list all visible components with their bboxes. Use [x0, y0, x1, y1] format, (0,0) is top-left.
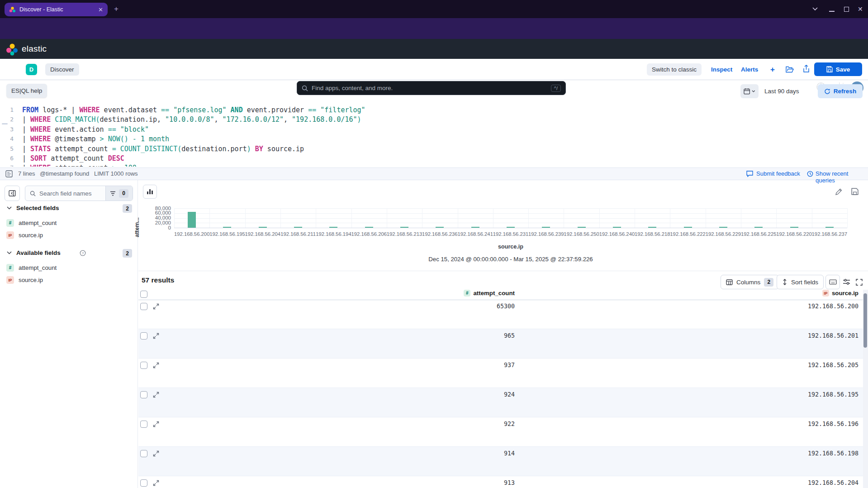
chart-bar[interactable] [365, 227, 373, 228]
save-button[interactable]: Save [814, 62, 862, 76]
expand-row-icon[interactable] [153, 303, 159, 310]
feedback-icon[interactable] [746, 171, 753, 177]
display-options-button[interactable] [843, 278, 850, 285]
keyboard-shortcuts-button[interactable] [825, 275, 840, 289]
breadcrumb[interactable]: Discover [45, 63, 79, 76]
chart-options-button[interactable] [143, 185, 157, 199]
chart-bar[interactable] [188, 212, 196, 228]
alerts-link[interactable]: Alerts [741, 66, 758, 73]
esql-line[interactable]: 2| WHERE CIDR_MATCH(destination.ip, "10.… [0, 115, 868, 125]
new-tab-button[interactable]: + [114, 5, 119, 14]
chevron-down-icon[interactable] [7, 251, 12, 254]
new-item-button[interactable]: + [770, 65, 775, 74]
chart-bar[interactable] [507, 227, 515, 228]
esql-line[interactable]: 4| WHERE @timestamp > NOW() - 1 month [0, 135, 868, 144]
chart-bar[interactable] [259, 227, 267, 228]
expand-row-icon[interactable] [153, 333, 159, 339]
field-search-input[interactable]: Search field names 0 [25, 186, 133, 201]
expand-row-icon[interactable] [153, 450, 159, 457]
chart-bar[interactable] [825, 227, 834, 228]
chart-bar[interactable] [223, 227, 231, 228]
field-item[interactable]: # attempt_count [6, 264, 57, 272]
save-visualization-icon[interactable] [851, 188, 859, 195]
table-row[interactable]: 924192.168.56.195 [138, 388, 863, 417]
esql-line[interactable]: 6| SORT attempt_count DESC [0, 154, 868, 164]
elastic-logo[interactable] [6, 43, 19, 56]
switch-to-classic-button[interactable]: Switch to classic [647, 63, 702, 76]
expand-row-icon[interactable] [153, 392, 159, 398]
field-item[interactable]: IP source.ip [6, 276, 43, 284]
chart-bar[interactable] [613, 227, 621, 228]
editor-resize-handle[interactable] [2, 123, 8, 124]
columns-button[interactable]: Columns 2 [721, 275, 779, 289]
expand-row-icon[interactable] [153, 421, 159, 427]
chart-bar[interactable] [436, 227, 444, 228]
chart-bar[interactable] [790, 227, 798, 228]
question-circle-icon[interactable]: ? [80, 250, 86, 256]
table-row[interactable]: 913192.168.56.204 [138, 476, 863, 488]
chart-bar[interactable] [719, 227, 727, 228]
edit-visualization-icon[interactable] [835, 188, 843, 196]
row-checkbox[interactable] [140, 362, 147, 369]
field-item[interactable]: # attempt_count [6, 219, 57, 227]
esql-line[interactable]: 5| STATS attempt_count = COUNT_DISTINCT(… [0, 145, 868, 154]
select-all-checkbox[interactable] [140, 291, 147, 298]
app-badge[interactable]: D [26, 64, 37, 75]
refresh-button[interactable]: Refresh [818, 84, 863, 98]
attempt-count-column-header[interactable]: # attempt_count [464, 290, 515, 297]
esql-help-button[interactable]: ES|QL help [6, 84, 47, 98]
share-icon[interactable] [803, 65, 810, 73]
open-folder-icon[interactable] [786, 66, 794, 73]
show-recent-queries-link[interactable]: Show recent queries [816, 170, 868, 184]
field-item[interactable]: IP source.ip [6, 231, 43, 239]
grid-scrollbar-thumb[interactable] [863, 293, 867, 348]
chart-bar[interactable] [578, 227, 586, 228]
window-maximize-button[interactable] [844, 7, 849, 12]
table-row[interactable]: 65300192.168.56.200 [138, 300, 863, 329]
chart-bar[interactable] [400, 227, 408, 228]
window-minimize-button[interactable] [829, 11, 835, 12]
submit-feedback-link[interactable]: Submit feedback [756, 170, 800, 177]
expand-row-icon[interactable] [153, 480, 159, 486]
editor-lines-icon[interactable] [5, 170, 13, 177]
table-row[interactable]: 965192.168.56.201 [138, 329, 863, 359]
tab-search-chevron-icon[interactable] [812, 7, 818, 11]
chart-bar[interactable] [754, 227, 763, 228]
table-row[interactable]: 922192.168.56.196 [138, 417, 863, 447]
date-picker-button[interactable] [740, 84, 759, 98]
chart-bar[interactable] [471, 227, 479, 228]
table-row[interactable]: 937192.168.56.205 [138, 359, 863, 388]
esql-line[interactable]: 7| WHERE attempt_count >= 100 [0, 164, 868, 167]
row-checkbox[interactable] [140, 450, 147, 457]
chart-bar[interactable] [294, 227, 302, 228]
row-checkbox[interactable] [140, 479, 147, 487]
selected-fields-header[interactable]: Selected fields [16, 205, 59, 211]
expand-row-icon[interactable] [153, 362, 159, 368]
esql-editor[interactable]: 1FROM logs-* | WHERE event.dataset == "p… [0, 100, 868, 167]
row-checkbox[interactable] [140, 303, 147, 310]
collapse-sidebar-button[interactable] [5, 186, 20, 201]
browser-tab[interactable]: Discover - Elastic ✕ [5, 3, 108, 16]
sort-fields-button[interactable]: Sort fields [777, 275, 824, 289]
table-row[interactable]: 914192.168.56.198 [138, 447, 863, 476]
row-checkbox[interactable] [140, 332, 147, 340]
fullscreen-button[interactable] [852, 275, 866, 289]
recent-queries-icon[interactable] [807, 171, 813, 177]
chart-bar[interactable] [684, 227, 692, 228]
esql-line[interactable]: 1FROM logs-* | WHERE event.dataset == "p… [0, 106, 868, 115]
chart-bar[interactable] [648, 227, 656, 228]
source-ip-column-header[interactable]: IP source.ip [822, 290, 859, 297]
global-search-input[interactable]: Find apps, content, and more. ^/ [297, 81, 566, 95]
row-checkbox[interactable] [140, 391, 147, 398]
chevron-down-icon[interactable] [7, 206, 12, 210]
field-filter-button[interactable]: 0 [105, 186, 133, 201]
tab-close-icon[interactable]: ✕ [98, 6, 103, 13]
chart-bar[interactable] [542, 227, 550, 228]
esql-line[interactable]: 3| WHERE event.action == "block" [0, 125, 868, 135]
inspect-link[interactable]: Inspect [711, 66, 732, 73]
available-fields-header[interactable]: Available fields [16, 249, 61, 256]
chart-bar[interactable] [329, 227, 337, 228]
time-range-label[interactable]: Last 90 days [764, 88, 799, 95]
row-checkbox[interactable] [140, 421, 147, 428]
window-close-button[interactable]: ✕ [858, 5, 863, 13]
